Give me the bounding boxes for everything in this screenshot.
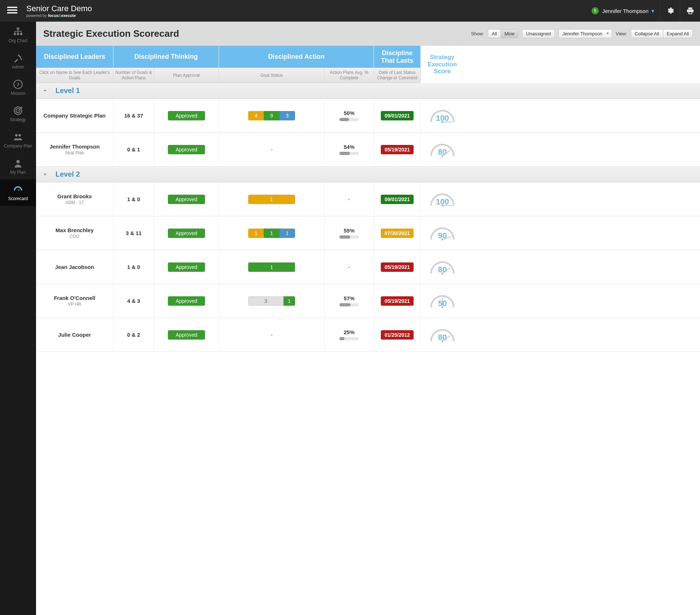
date-cell: 05/19/2021	[374, 250, 421, 284]
sidebar-item-label: Admin	[12, 65, 24, 70]
status-segment: 4	[248, 111, 264, 120]
svg-rect-6	[20, 33, 22, 35]
pct-value: 25%	[344, 329, 355, 335]
leader-name: Jennifer Thompson	[49, 143, 99, 150]
leader-cell[interactable]: Frank O'Connell VP HR	[36, 284, 113, 318]
sidebar-item-scorecard[interactable]: Scorecard	[0, 180, 36, 206]
status-bar: 111	[248, 229, 295, 238]
user-name: Jennifer Thompson	[602, 8, 648, 14]
pct-cell: 54%	[325, 133, 374, 166]
sidebar-item-strategy[interactable]: Strategy	[0, 101, 36, 127]
sidebar-item-companyplan[interactable]: Company Plan	[0, 127, 36, 153]
date-badge: 05/19/2021	[381, 145, 413, 154]
score-gauge: 80	[426, 141, 459, 158]
progress-bar	[339, 118, 359, 121]
show-mine-button[interactable]: Mine	[500, 29, 518, 38]
status-cell: 31	[219, 284, 325, 318]
score-cell: 100	[421, 182, 464, 216]
score-cell: 80	[421, 318, 464, 351]
status-cell: 1	[219, 182, 325, 216]
score-cell: 90	[421, 216, 464, 250]
target-icon	[13, 106, 23, 116]
date-badge: 01/25/2012	[381, 330, 413, 340]
score-value: 50	[426, 299, 459, 308]
sidebar: Org Chart Admin Mission Strategy Company…	[0, 22, 36, 615]
toolbar-controls: Show: All Mine Unassigned Jennifer Thomp…	[471, 29, 693, 38]
status-cell: 1	[219, 250, 325, 284]
sidebar-item-admin[interactable]: Admin	[0, 48, 36, 74]
goals-cell: 0 & 1	[113, 133, 154, 166]
gear-icon	[666, 7, 674, 15]
chevron-down-icon	[42, 171, 48, 178]
status-cell: -	[219, 318, 325, 351]
date-cell: 07/30/2021	[374, 216, 421, 250]
print-button[interactable]	[680, 0, 700, 22]
menu-icon[interactable]	[7, 5, 17, 17]
column-headers: Disciplined Leaders Disciplined Thinking…	[36, 46, 700, 83]
rows-container: Level 1 Company Strategic Plan 16 & 37 A…	[36, 83, 700, 615]
score-value: 80	[426, 147, 459, 157]
status-segment: 1	[264, 229, 279, 238]
table-row: Max Brenchley COO 3 & 11 Approved 111 55…	[36, 216, 700, 250]
table-row: Company Strategic Plan 16 & 37 Approved …	[36, 99, 700, 133]
date-cell: 05/19/2021	[374, 284, 421, 318]
approval-badge: Approved	[168, 262, 205, 272]
leader-cell[interactable]: Julie Cooper	[36, 318, 113, 351]
view-toggle: Collapse All Expand All	[631, 29, 693, 38]
table-row: Julie Cooper 0 & 2 Approved - 25% 01/25/…	[36, 318, 700, 352]
sidebar-item-orgchart[interactable]: Org Chart	[0, 22, 36, 48]
show-label: Show:	[471, 31, 484, 36]
tools-icon	[13, 53, 23, 63]
score-cell: 100	[421, 99, 464, 132]
approval-cell: Approved	[154, 250, 219, 284]
subheader-date: Date of Last Status Change or Comment	[374, 68, 421, 83]
sidebar-item-mission[interactable]: Mission	[0, 74, 36, 101]
leader-cell[interactable]: Grant Brooks ADM - 17	[36, 182, 113, 216]
chevron-down-icon	[42, 88, 48, 94]
date-badge: 09/01/2021	[381, 195, 413, 204]
table-row: Jean Jacobson 1 & 0 Approved 1 - 05/19/2…	[36, 250, 700, 284]
status-segment: 1	[248, 229, 264, 238]
show-all-button[interactable]: All	[488, 29, 500, 38]
table-row: Jennifer Thompson Strat Plan 0 & 1 Appro…	[36, 133, 700, 167]
sidebar-item-label: My Plan	[10, 170, 26, 175]
subheader-status: Goal Status	[219, 68, 325, 83]
level-label: Level 2	[55, 170, 80, 178]
sidebar-item-myplan[interactable]: My Plan	[0, 153, 36, 180]
date-badge: 09/01/2021	[381, 111, 413, 120]
table-row: Grant Brooks ADM - 17 1 & 0 Approved 1 -…	[36, 182, 700, 216]
view-label: View:	[616, 31, 627, 36]
approval-badge: Approved	[168, 229, 205, 238]
level-header[interactable]: Level 2	[36, 167, 700, 182]
settings-button[interactable]	[660, 0, 680, 22]
leader-cell[interactable]: Company Strategic Plan	[36, 99, 113, 132]
leader-cell[interactable]: Max Brenchley COO	[36, 216, 113, 250]
status-segment: 1	[248, 195, 295, 204]
score-value: 100	[426, 114, 459, 123]
brand-title: Senior Care Demo	[26, 4, 92, 13]
status-dash: -	[271, 146, 272, 153]
user-dropdown[interactable]: 5 Jennifer Thompson ▾	[586, 7, 660, 14]
approval-badge: Approved	[168, 330, 205, 340]
person-select[interactable]: Jennifer Thompson	[558, 29, 612, 38]
approval-badge: Approved	[168, 111, 205, 120]
brand: Senior Care Demo powered by focus&execut…	[26, 4, 92, 18]
leader-cell[interactable]: Jennifer Thompson Strat Plan	[36, 133, 113, 166]
expand-all-button[interactable]: Expand All	[663, 29, 693, 38]
sidebar-item-label: Scorecard	[8, 196, 28, 201]
unassigned-button[interactable]: Unassigned	[522, 29, 555, 38]
level-header[interactable]: Level 1	[36, 83, 700, 99]
collapse-all-button[interactable]: Collapse All	[631, 29, 663, 38]
approval-badge: Approved	[168, 145, 205, 154]
date-cell: 09/01/2021	[374, 99, 421, 132]
table-row: Frank O'Connell VP HR 4 & 3 Approved 31 …	[36, 284, 700, 318]
sidebar-item-label: Mission	[11, 91, 26, 96]
toolbar: Strategic Execution Scorecard Show: All …	[36, 22, 700, 46]
topbar: Senior Care Demo powered by focus&execut…	[0, 0, 700, 22]
level-label: Level 1	[55, 87, 80, 95]
leader-cell[interactable]: Jean Jacobson	[36, 250, 113, 284]
score-gauge: 50	[426, 293, 459, 309]
score-value: 80	[426, 333, 459, 342]
pct-value: 55%	[344, 227, 355, 234]
score-gauge: 90	[426, 225, 459, 241]
